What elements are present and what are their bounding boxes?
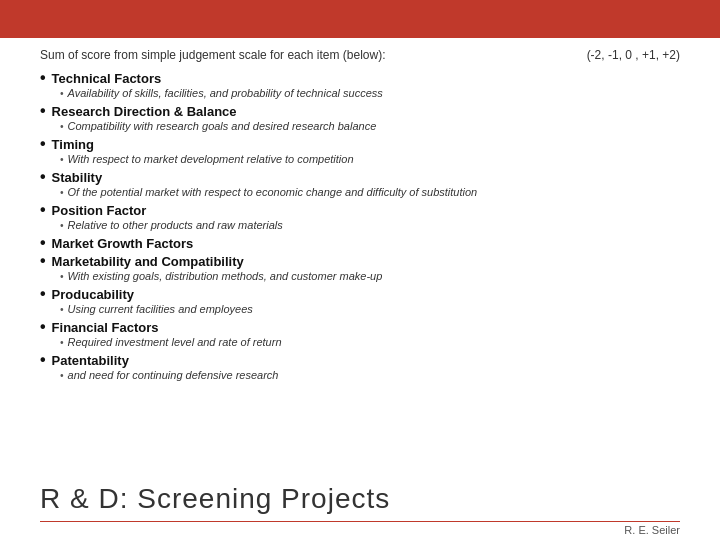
list-item: •Research Direction & Balance•Compatibil… xyxy=(40,103,680,132)
main-item-label: •Position Factor xyxy=(40,202,680,218)
sub-item-text: Of the potential market with respect to … xyxy=(68,186,478,198)
main-item-label: •Stability xyxy=(40,169,680,185)
sub-bullet-icon: • xyxy=(60,370,64,381)
main-content: Sum of score from simple judgement scale… xyxy=(0,38,720,395)
sub-item-text: With respect to market development relat… xyxy=(68,153,354,165)
header-label: Sum of score from simple judgement scale… xyxy=(40,48,385,62)
sub-bullet-icon: • xyxy=(60,220,64,231)
sub-item-label: •Required investment level and rate of r… xyxy=(40,336,680,348)
list-item: •Position Factor•Relative to other produ… xyxy=(40,202,680,231)
bullet-icon: • xyxy=(40,70,46,86)
main-item-label: •Producability xyxy=(40,286,680,302)
sub-bullet-icon: • xyxy=(60,154,64,165)
sub-item-text: Relative to other products and raw mater… xyxy=(68,219,283,231)
list-item: •Financial Factors•Required investment l… xyxy=(40,319,680,348)
bullet-icon: • xyxy=(40,352,46,368)
sub-item-label: •With respect to market development rela… xyxy=(40,153,680,165)
main-item-label: •Technical Factors xyxy=(40,70,680,86)
sub-bullet-icon: • xyxy=(60,337,64,348)
item-text: Position Factor xyxy=(52,203,147,218)
list-item: •Patentability•and need for continuing d… xyxy=(40,352,680,381)
sub-item-text: With existing goals, distribution method… xyxy=(68,270,383,282)
bullet-icon: • xyxy=(40,103,46,119)
sub-item-label: •Availability of skills, facilities, and… xyxy=(40,87,680,99)
list-item: •Timing•With respect to market developme… xyxy=(40,136,680,165)
sub-bullet-icon: • xyxy=(60,304,64,315)
item-text: Patentability xyxy=(52,353,129,368)
item-text: Research Direction & Balance xyxy=(52,104,237,119)
sub-item-label: •With existing goals, distribution metho… xyxy=(40,270,680,282)
sub-item-label: •Compatibility with research goals and d… xyxy=(40,120,680,132)
header-scale: (-2, -1, 0 , +1, +2) xyxy=(587,48,680,62)
bullet-icon: • xyxy=(40,319,46,335)
sub-item-text: Compatibility with research goals and de… xyxy=(68,120,377,132)
sub-item-label: •Using current facilities and employees xyxy=(40,303,680,315)
sub-item-text: Using current facilities and employees xyxy=(68,303,253,315)
main-item-label: •Research Direction & Balance xyxy=(40,103,680,119)
list-item: •Producability•Using current facilities … xyxy=(40,286,680,315)
sub-item-text: Availability of skills, facilities, and … xyxy=(68,87,383,99)
main-item-label: •Financial Factors xyxy=(40,319,680,335)
list-item: •Market Growth Factors xyxy=(40,235,680,251)
main-item-label: •Patentability xyxy=(40,352,680,368)
main-item-label: •Market Growth Factors xyxy=(40,235,680,251)
item-list: •Technical Factors•Availability of skill… xyxy=(40,70,680,381)
list-item: •Technical Factors•Availability of skill… xyxy=(40,70,680,99)
list-item: •Stability•Of the potential market with … xyxy=(40,169,680,198)
sub-item-label: •Relative to other products and raw mate… xyxy=(40,219,680,231)
sub-item-label: •and need for continuing defensive resea… xyxy=(40,369,680,381)
item-text: Market Growth Factors xyxy=(52,236,194,251)
bullet-icon: • xyxy=(40,202,46,218)
bullet-icon: • xyxy=(40,169,46,185)
sub-item-label: •Of the potential market with respect to… xyxy=(40,186,680,198)
top-bar xyxy=(0,0,720,38)
item-text: Financial Factors xyxy=(52,320,159,335)
bullet-icon: • xyxy=(40,286,46,302)
main-item-label: •Marketability and Compatibility xyxy=(40,253,680,269)
list-item: •Marketability and Compatibility•With ex… xyxy=(40,253,680,282)
item-text: Timing xyxy=(52,137,94,152)
bullet-icon: • xyxy=(40,235,46,251)
footer-title: R & D: Screening Projects xyxy=(0,483,720,521)
sub-bullet-icon: • xyxy=(60,271,64,282)
bullet-icon: • xyxy=(40,253,46,269)
item-text: Stability xyxy=(52,170,103,185)
bullet-icon: • xyxy=(40,136,46,152)
item-text: Technical Factors xyxy=(52,71,162,86)
sub-bullet-icon: • xyxy=(60,121,64,132)
footer-author: R. E. Seiler xyxy=(0,522,720,540)
sub-item-text: and need for continuing defensive resear… xyxy=(68,369,279,381)
footer-section: R & D: Screening Projects R. E. Seiler xyxy=(0,483,720,540)
item-text: Marketability and Compatibility xyxy=(52,254,244,269)
sub-bullet-icon: • xyxy=(60,187,64,198)
main-item-label: •Timing xyxy=(40,136,680,152)
header-row: Sum of score from simple judgement scale… xyxy=(40,48,680,62)
sub-bullet-icon: • xyxy=(60,88,64,99)
sub-item-text: Required investment level and rate of re… xyxy=(68,336,282,348)
item-text: Producability xyxy=(52,287,134,302)
